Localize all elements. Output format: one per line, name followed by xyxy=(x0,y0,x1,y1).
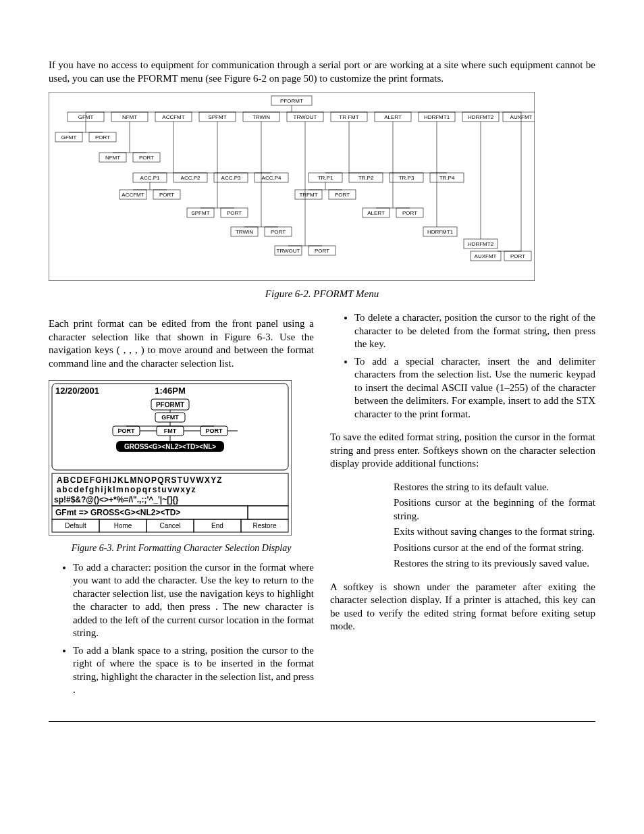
svg-text:HDRFMT2: HDRFMT2 xyxy=(468,241,494,247)
svg-text:ACC.P2: ACC.P2 xyxy=(181,175,200,181)
svg-text:TRWIN: TRWIN xyxy=(252,114,270,120)
intro-paragraph: If you have no access to equipment for c… xyxy=(49,59,595,85)
svg-text:TRWOUT: TRWOUT xyxy=(277,248,300,254)
svg-text:HDRFMT2: HDRFMT2 xyxy=(468,114,494,120)
svg-text:End: End xyxy=(211,522,223,529)
svg-text:HDRFMT1: HDRFMT1 xyxy=(427,229,454,235)
svg-text:SPFMT: SPFMT xyxy=(191,210,209,216)
svg-text:Home: Home xyxy=(114,522,132,529)
svg-text:PORT: PORT xyxy=(159,192,174,198)
softkey-descriptions: Restores the string to its default value… xyxy=(346,481,595,571)
svg-text:ALERT: ALERT xyxy=(367,210,385,216)
svg-text:ACC.P3: ACC.P3 xyxy=(221,175,241,181)
right-para3: A softkey is shown under the parameter a… xyxy=(330,581,595,633)
svg-text:TRWOUT: TRWOUT xyxy=(294,114,317,120)
bullet-add-char: To add a character: position the cursor … xyxy=(73,561,314,640)
svg-text:TR FMT: TR FMT xyxy=(339,114,358,120)
right-column: To delete a character, position the curs… xyxy=(330,307,595,701)
svg-text:sp!#$&?@()<>+*%=/\".,:;'^_'|~[: sp!#$&?@()<>+*%=/\".,:;'^_'|~[]{} xyxy=(54,495,179,504)
svg-text:NFMT: NFMT xyxy=(105,155,120,161)
svg-text:abcdefghijklmnopqrstuvwxyz: abcdefghijklmnopqrstuvwxyz xyxy=(57,485,196,494)
svg-text:ALERT: ALERT xyxy=(384,114,402,120)
svg-text:GFMT: GFMT xyxy=(61,134,77,140)
figure-6-2-caption: Figure 6-2. PFORMT Menu xyxy=(49,288,595,301)
char-selection-figure: 12/20/2001 1:46PM PFORMT GFMT PORT FMT P… xyxy=(49,380,292,540)
svg-text:TR.P4: TR.P4 xyxy=(439,175,455,181)
svg-text:PORT: PORT xyxy=(139,155,154,161)
svg-text:PORT: PORT xyxy=(315,248,329,254)
svg-text:GFMT: GFMT xyxy=(161,414,179,421)
svg-rect-119 xyxy=(52,384,288,470)
bullet-special-char: To add a special character, insert the a… xyxy=(354,355,595,421)
svg-text:PFORMT: PFORMT xyxy=(156,401,184,409)
svg-text:ABCDEFGHIJKLMNOPQRSTUVWXYZ: ABCDEFGHIJKLMNOPQRSTUVWXYZ xyxy=(57,475,223,485)
sk-home-desc: Positions cursor at the beginning of the… xyxy=(394,496,595,523)
svg-text:AUXFMT: AUXFMT xyxy=(475,253,497,259)
svg-text:PORT: PORT xyxy=(271,229,286,235)
svg-text:PORT: PORT xyxy=(117,427,135,434)
sk-end-label xyxy=(346,542,394,555)
svg-text:ACCFMT: ACCFMT xyxy=(162,114,184,120)
svg-text:PORT: PORT xyxy=(227,210,242,216)
svg-text:SPFMT: SPFMT xyxy=(208,114,226,120)
svg-text:GROSS<G><NL2><TD><NL>: GROSS<G><NL2><TD><NL> xyxy=(124,443,216,450)
figure-6-3-caption: Figure 6-3. Print Formatting Character S… xyxy=(49,542,314,554)
svg-text:PORT: PORT xyxy=(402,210,417,216)
sk-cancel-label xyxy=(346,525,394,539)
svg-text:12/20/2001: 12/20/2001 xyxy=(55,386,99,396)
svg-text:TRFMT: TRFMT xyxy=(299,192,317,198)
svg-text:PORT: PORT xyxy=(335,192,350,198)
svg-text:NFMT: NFMT xyxy=(122,114,137,120)
sk-default-label xyxy=(346,481,394,494)
bullet-add-blank: To add a blank space to a string, positi… xyxy=(73,644,314,697)
svg-text:1:46PM: 1:46PM xyxy=(155,386,186,396)
left-column: Each print format can be edited from the… xyxy=(49,307,314,701)
sk-restore-desc: Restores the string to its previously sa… xyxy=(394,557,595,571)
footer-rule xyxy=(49,721,595,722)
svg-text:PORT: PORT xyxy=(510,253,525,259)
sk-restore-label xyxy=(346,557,394,571)
svg-text:ACC.P1: ACC.P1 xyxy=(140,175,160,181)
svg-rect-146 xyxy=(248,506,288,519)
svg-text:TR.P2: TR.P2 xyxy=(358,175,374,181)
svg-text:Cancel: Cancel xyxy=(159,522,180,529)
bullet-delete-char: To delete a character, position the curs… xyxy=(354,311,595,351)
svg-text:TRWIN: TRWIN xyxy=(236,229,253,235)
sk-cancel-desc: Exits without saving changes to the form… xyxy=(394,525,595,539)
svg-text:ACC.P4: ACC.P4 xyxy=(262,175,281,181)
svg-text:Default: Default xyxy=(65,522,86,529)
svg-text:TR.P1: TR.P1 xyxy=(318,175,333,181)
svg-text:Restore: Restore xyxy=(252,522,276,529)
right-para2: To save the edited format string, positi… xyxy=(330,431,595,471)
svg-text:PORT: PORT xyxy=(205,427,223,434)
svg-text:TR.P3: TR.P3 xyxy=(399,175,414,181)
pformt-menu-figure: PFORMT GFMTNFMTACCFMTSPFMTTRWINTRWOUTTR … xyxy=(49,92,595,285)
svg-text:PORT: PORT xyxy=(95,134,110,140)
svg-text:GFmt => GROSS<G><NL2><TD>: GFmt => GROSS<G><NL2><TD> xyxy=(55,508,180,517)
sk-end-desc: Positions cursor at the end of the forma… xyxy=(394,542,595,555)
svg-text:FMT: FMT xyxy=(164,427,177,434)
svg-text:HDRFMT1: HDRFMT1 xyxy=(424,114,450,120)
left-para1: Each print format can be edited from the… xyxy=(49,317,314,370)
sk-home-label xyxy=(346,496,394,523)
svg-text:PFORMT: PFORMT xyxy=(280,98,303,104)
svg-text:ACCFMT: ACCFMT xyxy=(122,192,144,198)
sk-default-desc: Restores the string to its default value… xyxy=(394,481,595,494)
pformt-menu-svg: PFORMT GFMTNFMTACCFMTSPFMTTRWINTRWOUTTR … xyxy=(49,92,535,281)
